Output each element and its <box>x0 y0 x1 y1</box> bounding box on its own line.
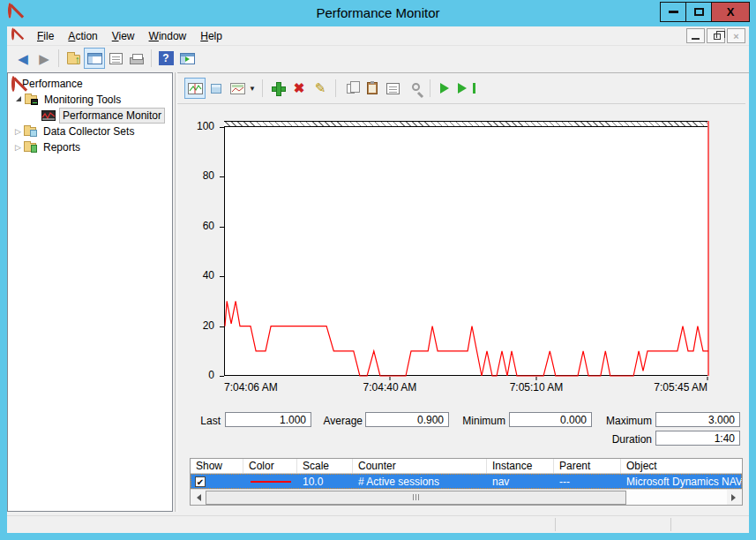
copy-icon <box>347 84 355 94</box>
minimum-value: 0.000 <box>509 412 592 427</box>
column-header-parent[interactable]: Parent <box>554 459 621 473</box>
expanded-triangle-icon[interactable] <box>16 96 21 101</box>
graph-type-dropdown-icon[interactable]: ▼ <box>249 85 256 93</box>
change-graph-type-button[interactable] <box>227 78 248 99</box>
scrollbar-thumb[interactable] <box>206 491 626 505</box>
toolbar-separator <box>58 49 59 67</box>
maximum-label: Maximum <box>594 415 652 427</box>
scale-cell: 10.0 <box>297 474 353 489</box>
properties-button[interactable] <box>105 48 126 69</box>
counter-row-selected[interactable]: ✔ 10.0 # Active sessions nav --- Microso… <box>191 474 742 489</box>
scroll-left-button[interactable] <box>191 490 206 505</box>
x-axis-tick <box>707 377 708 380</box>
tree-item-performance[interactable]: Performance <box>8 76 172 92</box>
paste-counter-list-button[interactable] <box>362 78 383 99</box>
chart-properties-button[interactable] <box>383 78 404 99</box>
column-header-scale[interactable]: Scale <box>297 459 353 473</box>
tree-item-data-collector-sets[interactable]: ▷ Data Collector Sets <box>8 124 172 139</box>
perfmon-logo-icon <box>11 27 14 40</box>
print-button[interactable] <box>126 48 147 69</box>
reports-folder-icon <box>24 143 36 152</box>
x-axis-label: 7:04:40 AM <box>363 381 417 394</box>
x-axis-tick <box>536 377 537 380</box>
menu-action[interactable]: Action <box>61 27 104 45</box>
mdi-restore-button[interactable] <box>707 28 725 43</box>
tree-item-label-selected: Performance Monitor <box>59 108 165 124</box>
zoom-button[interactable] <box>404 78 425 99</box>
show-console-tree-button[interactable] <box>84 48 105 69</box>
highlight-button[interactable]: ✎ <box>310 78 331 99</box>
x-axis-ticks <box>224 377 707 380</box>
caption-buttons: X <box>661 2 750 22</box>
chart-overrange-hatch <box>224 121 707 127</box>
title-bar: Performance Monitor X <box>0 0 756 26</box>
graph-type-icon <box>230 83 245 94</box>
main-toolbar: ◀ ▶ ↑ ? <box>7 46 749 71</box>
menu-window[interactable]: Window <box>142 27 194 45</box>
chart-toolbar: ▼ ✖ ✎ <box>184 76 477 101</box>
properties-icon <box>386 83 400 94</box>
toolbar-separator <box>430 79 430 97</box>
menu-help[interactable]: Help <box>193 27 229 45</box>
y-axis-label: 20 <box>177 319 218 332</box>
play-icon <box>458 83 472 94</box>
mdi-minimize-button[interactable] <box>686 28 705 43</box>
folder-up-icon: ↑ <box>67 55 80 64</box>
magnifier-icon <box>412 83 420 91</box>
close-icon: × <box>733 31 738 41</box>
scrollbar-track[interactable] <box>626 490 727 505</box>
forward-icon: ▶ <box>39 52 49 65</box>
y-axis-label: 0 <box>177 369 218 381</box>
copy-properties-button[interactable] <box>341 78 362 99</box>
column-header-counter[interactable]: Counter <box>353 459 487 473</box>
maximum-value: 3.000 <box>655 412 740 427</box>
scroll-right-icon <box>731 494 739 501</box>
monitoring-tools-folder-icon <box>25 95 37 104</box>
main-area: Performance Monitoring Tools Performance… <box>7 71 749 533</box>
counter-legend-table: Show Color Scale Counter Instance Parent… <box>190 458 743 506</box>
mdi-close-button[interactable]: × <box>727 28 745 43</box>
menu-view[interactable]: View <box>105 27 142 45</box>
column-header-show[interactable]: Show <box>191 459 243 473</box>
duration-label: Duration <box>594 433 652 446</box>
window-title: Performance Monitor <box>0 5 756 20</box>
printer-icon <box>130 57 144 64</box>
close-button[interactable]: X <box>711 2 750 22</box>
add-counter-button[interactable] <box>267 78 288 99</box>
y-axis-label: 40 <box>177 269 218 281</box>
chart-pane: ▼ ✖ ✎ 020406080100 <box>177 72 749 512</box>
minimize-button[interactable] <box>660 2 686 22</box>
freeze-display-button[interactable] <box>435 78 456 99</box>
x-axis-label: 7:05:45 AM <box>654 381 707 394</box>
chart-line-svg <box>225 127 708 376</box>
tree-item-performance-monitor[interactable]: Performance Monitor <box>8 108 172 124</box>
update-data-button[interactable] <box>456 78 477 99</box>
view-log-data-button[interactable] <box>206 78 227 99</box>
toolbar-separator <box>262 79 263 97</box>
column-header-object[interactable]: Object <box>621 459 742 473</box>
perfmon-logo-icon <box>11 76 15 92</box>
up-one-level-button[interactable]: ↑ <box>63 48 84 69</box>
x-axis-labels: 7:04:06 AM7:04:40 AM7:05:10 AM7:05:45 AM <box>224 381 707 394</box>
menu-file[interactable]: File <box>30 27 61 45</box>
collapsed-triangle-icon[interactable]: ▷ <box>15 143 21 152</box>
average-value: 0.900 <box>365 412 449 427</box>
back-button[interactable]: ◀ <box>12 48 34 69</box>
show-checkbox[interactable]: ✔ <box>195 476 206 487</box>
help-button[interactable]: ? <box>155 48 176 69</box>
forward-button[interactable]: ▶ <box>34 48 55 69</box>
minimum-label: Minimum <box>449 415 505 427</box>
chart-plot-area <box>224 127 707 376</box>
column-header-color[interactable]: Color <box>243 459 297 473</box>
scroll-right-button[interactable] <box>727 490 742 505</box>
maximize-button[interactable] <box>685 2 712 22</box>
view-current-activity-button[interactable] <box>184 78 206 99</box>
tree-item-reports[interactable]: ▷ Reports <box>8 139 172 155</box>
menu-app-icon <box>11 29 14 39</box>
collapsed-triangle-icon[interactable]: ▷ <box>15 127 21 136</box>
column-header-instance[interactable]: Instance <box>487 459 554 473</box>
tree-item-monitoring-tools[interactable]: Monitoring Tools <box>8 92 172 108</box>
last-label: Last <box>177 415 221 427</box>
delete-counter-button[interactable]: ✖ <box>288 78 310 99</box>
show-action-pane-button[interactable] <box>176 48 198 69</box>
